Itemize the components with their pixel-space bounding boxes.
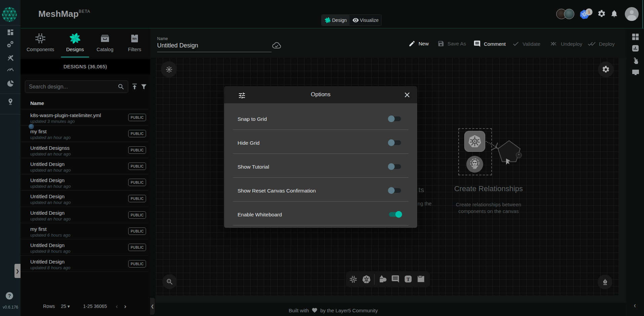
svg-text:WA: WA [132,37,137,40]
svg-text:T: T [406,276,410,282]
